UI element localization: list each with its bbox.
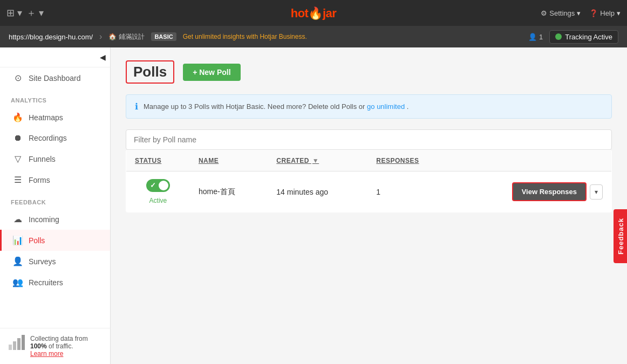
info-banner-text: Manage up to 3 Polls with Hotjar Basic. … (144, 102, 365, 111)
view-responses-button[interactable]: View Responses (512, 182, 587, 201)
row-dropdown-button[interactable]: ▾ (590, 184, 603, 200)
feedback-section-label: FEEDBACK (0, 190, 110, 209)
surveys-label: Surveys (29, 257, 56, 266)
sidebar-toggle[interactable]: ◀ (0, 47, 110, 67)
surveys-icon: 👤 (12, 256, 23, 266)
action-buttons: View Responses ▾ (463, 182, 603, 201)
user-count: 👤 1 (528, 33, 543, 41)
sub-header: https://blog.design-hu.com/ › 🏠 鋪滿設計 BAS… (0, 26, 627, 47)
created-cell: 14 minutes ago (268, 171, 367, 212)
promo-suffix: with Hotjar Business. (247, 33, 307, 40)
recruiters-icon: 👥 (12, 277, 23, 287)
grid-icon[interactable]: ⊞ ▾ (6, 7, 22, 19)
info-text: Manage up to 3 Polls with Hotjar Basic. … (144, 102, 408, 111)
plan-badge: BASIC (151, 32, 176, 41)
sidebar-item-recruiters[interactable]: 👥 Recruiters (0, 272, 110, 293)
sidebar-item-surveys[interactable]: 👤 Surveys (0, 251, 110, 272)
sidebar-item-forms[interactable]: ☰ Forms (0, 169, 110, 190)
tracking-dot (555, 33, 562, 40)
active-toggle[interactable]: ✓ (146, 179, 170, 192)
forms-label: Forms (29, 176, 50, 184)
filter-wrapper (126, 129, 612, 150)
add-icon[interactable]: ＋ ▾ (26, 6, 44, 19)
info-icon: ℹ (135, 101, 138, 112)
go-unlimited-link[interactable]: go unlimited (367, 102, 405, 111)
top-nav-left: ⊞ ▾ ＋ ▾ (6, 6, 44, 19)
site-icon: 🏠 (108, 33, 117, 40)
polls-table: STATUS NAME CREATED ▼ RESPONSES (126, 150, 612, 212)
sidebar: ◀ ⊙ Site Dashboard ANALYTICS 🔥 Heatmaps … (0, 47, 111, 364)
bottom-text2: of traffic. (49, 342, 73, 350)
settings-icon: ⚙ (541, 9, 547, 17)
site-name-text: 鋪滿設計 (119, 32, 145, 42)
sidebar-bottom-text: Collecting data from 100% of traffic. Le… (30, 335, 88, 358)
polls-icon: 📊 (12, 235, 23, 245)
sort-icon: ▼ (312, 157, 319, 164)
new-poll-button[interactable]: + New Poll (183, 64, 240, 81)
col-name-label: NAME (199, 157, 219, 164)
info-banner: ℹ Manage up to 3 Polls with Hotjar Basic… (126, 94, 612, 119)
learn-more-link[interactable]: Learn more (30, 350, 63, 358)
status-cell: ✓ Active (126, 171, 190, 212)
help-chevron: ▾ (617, 9, 621, 17)
page-header: Polls + New Poll (126, 60, 612, 84)
table-body: ✓ Active home-首頁 14 minutes ago 1 View R… (126, 171, 612, 212)
hotjar-logo: hot🔥jar (291, 5, 337, 20)
settings-chevron: ▾ (577, 9, 581, 17)
user-icon: 👤 (528, 33, 537, 41)
forms-icon: ☰ (12, 175, 23, 185)
actions-cell: View Responses ▾ (454, 171, 611, 212)
svg-rect-1 (13, 341, 16, 350)
sidebar-item-incoming[interactable]: ☁ Incoming (0, 209, 110, 230)
sub-header-right: 👤 1 Tracking Active (528, 30, 618, 44)
recordings-label: Recordings (29, 134, 67, 142)
promo-text: Get unlimited insights with Hotjar Busin… (183, 33, 307, 40)
help-label: Help (600, 9, 615, 17)
sidebar-item-funnels[interactable]: ▽ Funnels (0, 148, 110, 169)
dashboard-icon: ⊙ (12, 73, 23, 83)
active-label: Active (135, 197, 181, 204)
help-button[interactable]: ❓ Help ▾ (589, 9, 621, 17)
user-count-value: 1 (539, 33, 543, 41)
table-header: STATUS NAME CREATED ▼ RESPONSES (126, 150, 612, 171)
col-created-label: CREATED (276, 157, 309, 164)
responses-cell: 1 (367, 171, 454, 212)
promo-link[interactable]: Get unlimited insights (183, 33, 245, 40)
bottom-text1: Collecting data from (30, 335, 88, 342)
dropdown-chevron-icon: ▾ (595, 188, 598, 196)
top-nav: ⊞ ▾ ＋ ▾ hot🔥jar ⚙ Settings ▾ ❓ Help ▾ (0, 0, 627, 26)
settings-label: Settings (549, 9, 575, 17)
svg-rect-2 (17, 338, 21, 350)
col-status-label: STATUS (135, 157, 161, 164)
tracking-label: Tracking Active (565, 33, 612, 41)
bottom-bold: 100% (30, 342, 47, 350)
sidebar-item-dashboard[interactable]: ⊙ Site Dashboard (0, 67, 110, 88)
polls-table-wrapper: STATUS NAME CREATED ▼ RESPONSES (126, 150, 612, 212)
polls-label: Polls (29, 236, 45, 245)
funnels-label: Funnels (29, 155, 56, 163)
svg-rect-0 (9, 345, 12, 350)
collapse-icon: ◀ (100, 53, 106, 61)
help-icon: ❓ (589, 9, 598, 17)
table-row: ✓ Active home-首頁 14 minutes ago 1 View R… (126, 171, 612, 212)
incoming-icon: ☁ (12, 214, 23, 224)
toggle-check-icon: ✓ (150, 181, 156, 189)
poll-filter-input[interactable] (126, 129, 612, 150)
col-status: STATUS (126, 150, 190, 171)
sidebar-item-heatmaps[interactable]: 🔥 Heatmaps (0, 107, 110, 128)
col-created: CREATED ▼ (268, 150, 367, 171)
data-icon (9, 335, 26, 352)
site-url[interactable]: https://blog.design-hu.com/ (9, 33, 93, 41)
heatmaps-label: Heatmaps (29, 113, 63, 122)
svg-rect-3 (22, 335, 25, 350)
content-area: Polls + New Poll ℹ Manage up to 3 Polls … (111, 47, 627, 364)
info-suffix: . (407, 102, 409, 111)
site-name: 🏠 鋪滿設計 (108, 32, 145, 42)
feedback-tab[interactable]: Feedback (614, 209, 627, 263)
sidebar-item-recordings[interactable]: ⏺ Recordings (0, 128, 110, 148)
recordings-icon: ⏺ (12, 133, 23, 143)
feedback-label: Feedback (617, 217, 625, 254)
analytics-section-label: ANALYTICS (0, 88, 110, 107)
sidebar-item-polls[interactable]: 📊 Polls (0, 230, 110, 251)
settings-button[interactable]: ⚙ Settings ▾ (541, 9, 581, 17)
